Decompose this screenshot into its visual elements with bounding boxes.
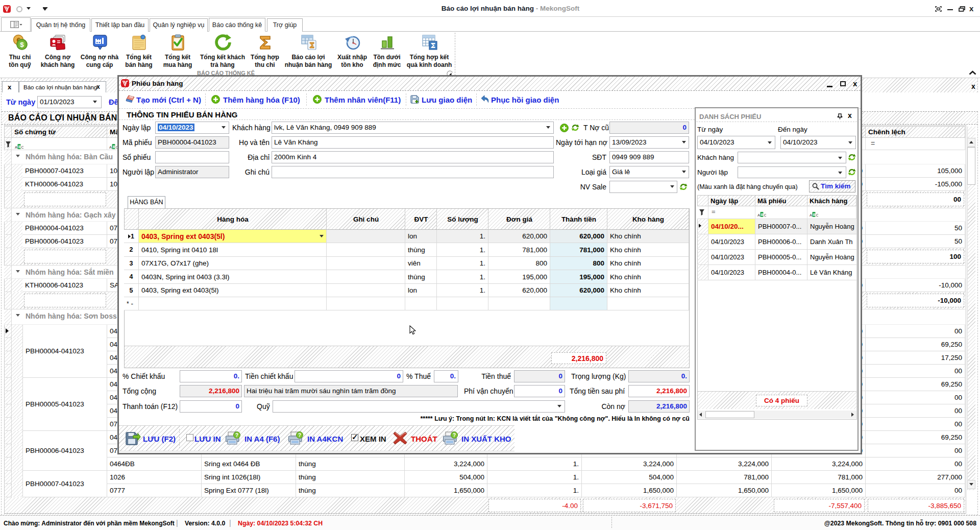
svg-text:A: A [810, 212, 812, 217]
svg-text:C: C [21, 144, 24, 149]
svg-text:C: C [816, 212, 819, 217]
svg-text:A: A [757, 212, 760, 217]
svg-text:?: ? [453, 432, 456, 438]
svg-text:A: A [109, 144, 112, 149]
svg-text:A: A [15, 144, 17, 149]
svg-text:C: C [764, 212, 767, 217]
svg-text:$: $ [20, 41, 24, 49]
svg-text:?: ? [235, 432, 238, 438]
svg-text:?: ? [298, 432, 301, 438]
